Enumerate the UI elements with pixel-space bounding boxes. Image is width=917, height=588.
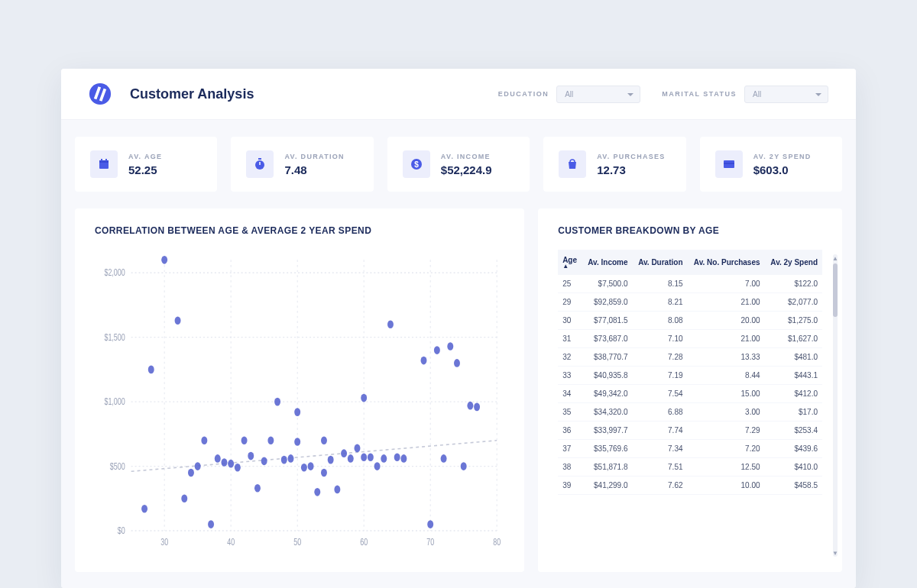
column-header[interactable]: Av. Income [582,250,633,275]
table-row[interactable]: 29$92,859.08.2121.00$2,077.0 [558,293,822,312]
cell-purchases: 7.00 [688,275,765,293]
data-point[interactable] [361,453,367,461]
table-row[interactable]: 31$73,687.07.1021.00$1,627.0 [558,330,822,348]
scroll-up-icon[interactable]: ▲ [833,254,838,262]
scrollbar-thumb[interactable] [833,263,838,317]
table-row[interactable]: 37$35,769.67.347.20$439.6 [558,440,822,458]
data-point[interactable] [201,436,207,444]
data-point[interactable] [274,398,280,406]
cell-spend: $410.0 [765,458,822,477]
cell-age: 33 [558,367,582,385]
data-point[interactable] [421,357,427,365]
data-point[interactable] [321,436,327,444]
data-point[interactable] [381,454,387,463]
data-point[interactable] [294,408,300,416]
data-point[interactable] [188,469,194,477]
kpi-card: AV. 2Y SPEND$603.0 [700,137,842,192]
data-point[interactable] [248,452,254,460]
data-point[interactable] [334,486,340,494]
table-scroll[interactable]: Age▲Av. IncomeAv. DurationAv. No. Purcha… [558,250,822,555]
data-point[interactable] [387,320,394,328]
data-point[interactable] [328,456,334,464]
svg-rect-6 [258,158,261,160]
data-point[interactable] [400,454,407,463]
app-window: Customer Analysis EDUCATION All MARITAL … [61,69,856,588]
table-row[interactable]: 30$77,081.58.0820.00$1,275.0 [558,312,822,330]
data-point[interactable] [241,436,248,444]
cell-income: $33,997.7 [582,422,633,440]
kpi-card: $AV. INCOME$52,224.9 [387,137,530,192]
cell-age: 30 [558,312,582,330]
scatter-chart[interactable]: $0$500$1,000$1,500$2,000304050607080 [95,250,504,555]
data-point[interactable] [441,454,447,463]
data-point[interactable] [267,436,274,444]
data-point[interactable] [181,494,187,502]
data-point[interactable] [235,464,241,472]
cell-age: 25 [558,275,582,293]
bag-icon [559,150,586,178]
table-row[interactable]: 33$40,935.87.198.44$443.1 [558,367,822,385]
table-row[interactable]: 25$7,500.08.157.00$122.0 [558,275,822,293]
data-point[interactable] [374,462,381,470]
data-point[interactable] [341,449,347,457]
data-point[interactable] [208,520,214,528]
data-point[interactable] [254,484,261,493]
data-point[interactable] [215,454,221,463]
data-point[interactable] [368,453,374,461]
marital-select[interactable]: All [744,86,828,103]
column-header[interactable]: Age▲ [558,250,582,275]
filter-label: EDUCATION [498,90,549,98]
data-point[interactable] [228,460,234,468]
data-point[interactable] [467,402,473,410]
data-point[interactable] [321,469,327,477]
cell-duration: 7.10 [633,330,688,348]
cell-age: 38 [558,458,582,477]
data-point[interactable] [394,453,400,461]
data-point[interactable] [314,488,320,496]
data-point[interactable] [308,462,314,470]
svg-rect-3 [101,159,102,161]
data-point[interactable] [434,346,440,354]
data-point[interactable] [148,366,154,374]
scroll-down-icon[interactable]: ▼ [833,549,838,557]
data-point[interactable] [175,316,181,325]
table-row[interactable]: 38$51,871.87.5112.50$410.0 [558,458,822,477]
table-scrollbar[interactable]: ▲ ▼ [833,254,838,557]
table-row[interactable]: 39$41,299.07.6210.00$458.5 [558,477,822,495]
data-point[interactable] [141,505,147,513]
kpi-row: AV. AGE52.25AV. DURATION7.48$AV. INCOME$… [75,137,842,192]
cell-duration: 7.28 [633,348,688,367]
column-header[interactable]: Av. 2y Spend [765,250,822,275]
column-header[interactable]: Av. Duration [633,250,688,275]
data-point[interactable] [355,444,361,453]
data-point[interactable] [454,359,460,367]
data-point[interactable] [474,403,480,412]
education-select[interactable]: All [556,86,640,103]
data-point[interactable] [427,520,433,528]
data-point[interactable] [294,438,300,446]
column-header[interactable]: Av. No. Purchases [688,250,765,275]
data-point[interactable] [348,454,354,463]
data-point[interactable] [161,256,167,264]
table-row[interactable]: 34$49,342.07.5415.00$412.0 [558,385,822,403]
data-point[interactable] [281,456,287,464]
data-point[interactable] [221,458,227,467]
table-row[interactable]: 36$33,997.77.747.29$253.4 [558,422,822,440]
stopwatch-icon [246,150,274,178]
svg-text:$1,000: $1,000 [104,396,125,407]
svg-text:60: 60 [360,536,368,547]
cell-age: 34 [558,385,582,403]
data-point[interactable] [288,454,294,463]
data-point[interactable] [301,464,307,472]
data-point[interactable] [461,462,467,470]
data-point[interactable] [195,462,201,470]
cell-purchases: 7.29 [688,422,765,440]
table-row[interactable]: 35$34,320.06.883.00$17.0 [558,403,822,422]
cell-spend: $2,077.0 [765,293,822,312]
data-point[interactable] [261,457,267,465]
data-point[interactable] [361,394,367,402]
data-point[interactable] [447,342,453,351]
select-value: All [565,90,573,99]
kpi-value: $52,224.9 [441,163,492,176]
table-row[interactable]: 32$38,770.77.2813.33$481.0 [558,348,822,367]
